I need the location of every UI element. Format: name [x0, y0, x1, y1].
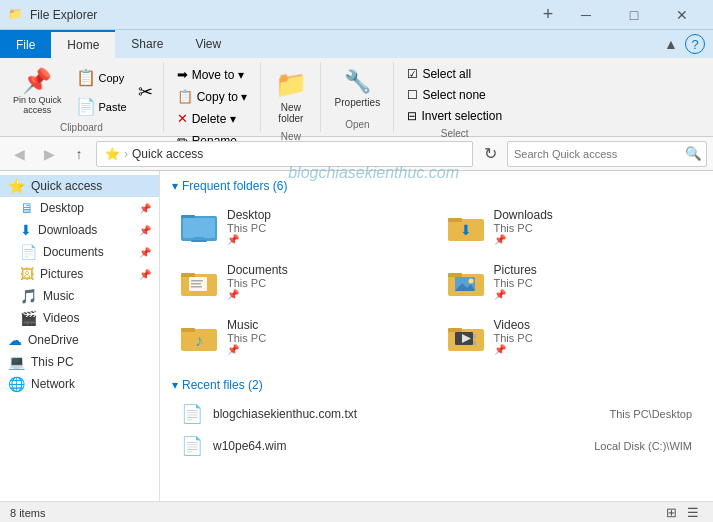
paste-icon: 📄 [76, 97, 96, 116]
clipboard-items: 📌 Pin to Quickaccess 📋 Copy 📄 Paste [6, 64, 157, 120]
sidebar-item-onedrive[interactable]: ☁ OneDrive [0, 329, 159, 351]
sidebar-item-pictures[interactable]: 🖼 Pictures 📌 [0, 263, 159, 285]
sidebar-item-network[interactable]: 🌐 Network [0, 373, 159, 395]
invert-icon: ⊟ [407, 109, 417, 123]
organize-items: ➡ Move to ▾ 📋 Copy to ▾ ✕ Delete ▾ ✏ Ren… [170, 64, 255, 151]
maximize-button[interactable]: □ [611, 0, 657, 30]
pin-to-quick-access-button[interactable]: 📌 Pin to Quickaccess [6, 64, 69, 120]
cut-icon: ✂ [138, 81, 153, 103]
close-button[interactable]: ✕ [659, 0, 705, 30]
folder-item-desktop[interactable]: Desktop This PC 📌 [172, 201, 435, 252]
window-controls: ─ □ ✕ [563, 0, 705, 30]
properties-icon: 🔧 [344, 69, 371, 95]
desktop-pin: 📌 [227, 234, 271, 245]
select-all-icon: ☑ [407, 67, 418, 81]
details-view-button[interactable]: ☰ [683, 504, 703, 522]
pictures-pin-icon: 📌 [139, 269, 151, 280]
music-location: This PC [227, 332, 266, 344]
folder-item-documents[interactable]: Documents This PC 📌 [172, 256, 435, 307]
frequent-folders-title: Frequent folders (6) [182, 179, 287, 193]
address-path[interactable]: ⭐ › Quick access [96, 141, 473, 167]
search-input[interactable] [508, 148, 680, 160]
downloads-info: Downloads This PC 📌 [494, 208, 553, 245]
new-tab-button[interactable]: + [533, 0, 563, 30]
large-icons-view-button[interactable]: ⊞ [661, 504, 681, 522]
recent-item-1[interactable]: 📄 blogchiasekienthuc.com.txt This PC\Des… [172, 398, 701, 430]
downloads-pin-icon: 📌 [139, 225, 151, 236]
desktop-location: This PC [227, 222, 271, 234]
delete-label: Delete ▾ [192, 112, 236, 126]
select-all-button[interactable]: ☑ Select all [400, 64, 478, 84]
back-button[interactable]: ◀ [6, 141, 32, 167]
path-icon: ⭐ [105, 147, 120, 161]
pictures-pin: 📌 [494, 289, 537, 300]
tab-share[interactable]: Share [115, 30, 179, 58]
music-folder-icon: ♪ [181, 321, 217, 353]
folder-item-downloads[interactable]: ⬇ Downloads This PC 📌 [439, 201, 702, 252]
folders-grid: Desktop This PC 📌 ⬇ Downloads This PC 📌 [172, 201, 701, 362]
ribbon-collapse-button[interactable]: ▲ [661, 34, 681, 54]
move-to-button[interactable]: ➡ Move to ▾ [170, 64, 251, 85]
svg-rect-11 [191, 280, 203, 282]
copy-to-icon: 📋 [177, 89, 193, 104]
svg-rect-26 [473, 334, 476, 338]
folder-item-videos[interactable]: Videos This PC 📌 [439, 311, 702, 362]
desktop-info: Desktop This PC 📌 [227, 208, 271, 245]
refresh-button[interactable]: ↻ [477, 141, 503, 167]
sidebar-label-quick-access: Quick access [31, 179, 151, 193]
sidebar-item-documents[interactable]: 📄 Documents 📌 [0, 241, 159, 263]
new-group: 📁 Newfolder New [261, 62, 321, 132]
folder-item-music[interactable]: ♪ Music This PC 📌 [172, 311, 435, 362]
recent-item-2[interactable]: 📄 w10pe64.wim Local Disk (C:)\WIM [172, 430, 701, 462]
properties-button[interactable]: 🔧 Properties [327, 64, 387, 113]
sidebar-item-music[interactable]: 🎵 Music [0, 285, 159, 307]
svg-text:♪: ♪ [195, 332, 203, 349]
paste-button[interactable]: 📄 Paste [71, 93, 132, 120]
help-button[interactable]: ? [685, 34, 705, 54]
select-none-icon: ☐ [407, 88, 418, 102]
recent-chevron-icon: ▾ [172, 378, 178, 392]
sidebar-label-this-pc: This PC [31, 355, 151, 369]
new-folder-button[interactable]: 📁 Newfolder [268, 64, 314, 129]
sidebar-label-pictures: Pictures [40, 267, 133, 281]
tab-view[interactable]: View [179, 30, 237, 58]
paste-label: Paste [99, 101, 127, 113]
delete-button[interactable]: ✕ Delete ▾ [170, 108, 243, 129]
downloads-location: This PC [494, 222, 553, 234]
frequent-chevron-icon: ▾ [172, 179, 178, 193]
invert-selection-button[interactable]: ⊟ Invert selection [400, 106, 509, 126]
recent-file-2-name: w10pe64.wim [213, 439, 584, 453]
properties-label: Properties [335, 97, 381, 108]
copy-to-button[interactable]: 📋 Copy to ▾ [170, 86, 255, 107]
sidebar-label-network: Network [31, 377, 151, 391]
select-group: ☑ Select all ☐ Select none ⊟ Invert sele… [394, 62, 515, 132]
search-button[interactable]: 🔍 [680, 141, 706, 167]
copy-button[interactable]: 📋 Copy [71, 64, 132, 91]
videos-icon: 🎬 [20, 310, 37, 326]
documents-folder-icon [181, 266, 217, 298]
frequent-folders-header: ▾ Frequent folders (6) [172, 179, 701, 193]
organize-group: ➡ Move to ▾ 📋 Copy to ▾ ✕ Delete ▾ ✏ Ren… [164, 62, 262, 132]
documents-icon: 📄 [20, 244, 37, 260]
sidebar-item-desktop[interactable]: 🖥 Desktop 📌 [0, 197, 159, 219]
tab-file[interactable]: File [0, 30, 51, 58]
svg-rect-20 [181, 328, 195, 332]
copy-label: Copy [99, 72, 125, 84]
sidebar-item-quick-access[interactable]: ⭐ Quick access [0, 175, 159, 197]
recent-file-1-name: blogchiasekienthuc.com.txt [213, 407, 599, 421]
clipboard-label: Clipboard [60, 122, 103, 133]
svg-rect-27 [473, 341, 476, 345]
sidebar-item-this-pc[interactable]: 💻 This PC [0, 351, 159, 373]
folder-item-pictures[interactable]: Pictures This PC 📌 [439, 256, 702, 307]
select-none-button[interactable]: ☐ Select none [400, 85, 492, 105]
svg-rect-1 [183, 218, 215, 238]
pictures-icon: 🖼 [20, 266, 34, 282]
forward-button[interactable]: ▶ [36, 141, 62, 167]
minimize-button[interactable]: ─ [563, 0, 609, 30]
search-box[interactable]: 🔍 [507, 141, 707, 167]
tab-home[interactable]: Home [51, 30, 115, 58]
up-button[interactable]: ↑ [66, 141, 92, 167]
sidebar-item-downloads[interactable]: ⬇ Downloads 📌 [0, 219, 159, 241]
cut-button[interactable]: ✂ [134, 78, 157, 106]
sidebar-item-videos[interactable]: 🎬 Videos [0, 307, 159, 329]
